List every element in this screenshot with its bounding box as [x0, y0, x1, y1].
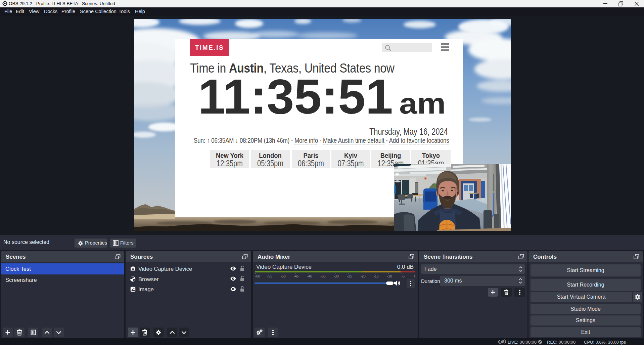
svg-text:-25: -25 — [347, 274, 352, 278]
svg-text:-5: -5 — [402, 274, 405, 278]
svg-text:-45: -45 — [294, 274, 299, 278]
svg-text:-60: -60 — [255, 274, 260, 278]
svg-text:0: 0 — [414, 274, 415, 278]
svg-text:-40: -40 — [307, 274, 312, 278]
svg-text:-20: -20 — [361, 274, 366, 278]
svg-text:-55: -55 — [267, 274, 272, 278]
svg-text:-30: -30 — [334, 274, 339, 278]
svg-text:-10: -10 — [387, 274, 392, 278]
svg-text:-15: -15 — [374, 274, 379, 278]
svg-text:-50: -50 — [281, 274, 286, 278]
svg-text:-35: -35 — [321, 274, 326, 278]
